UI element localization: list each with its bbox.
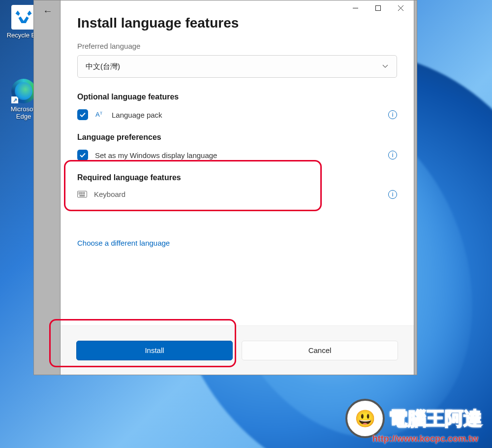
language-pack-label: Language pack (112, 111, 162, 119)
language-pack-icon: Aᵀ (95, 110, 105, 120)
watermark-mascot-icon: 😃 (345, 399, 385, 438)
maximize-button[interactable] (367, 0, 389, 15)
display-language-checkbox[interactable] (77, 150, 88, 160)
info-icon[interactable]: i (388, 151, 397, 160)
watermark: 😃 電腦王阿達 (345, 399, 482, 438)
choose-different-link[interactable]: Choose a different language (77, 239, 170, 247)
svg-rect-0 (353, 8, 358, 8)
info-icon[interactable]: i (388, 190, 397, 199)
svg-rect-1 (375, 5, 380, 10)
display-language-row: Set as my Windows display language i (77, 150, 397, 160)
language-dropdown[interactable]: 中文(台灣) (77, 55, 397, 78)
selected-language: 中文(台灣) (86, 62, 120, 71)
titlebar (61, 0, 414, 15)
cancel-button[interactable]: Cancel (242, 341, 398, 360)
minimize-button[interactable] (344, 0, 367, 15)
close-button[interactable] (389, 0, 412, 15)
chevron-down-icon (382, 63, 389, 71)
preferred-language-label: Preferred language (77, 42, 397, 50)
language-pack-checkbox[interactable] (77, 109, 88, 120)
language-pack-row: Aᵀ Language pack i (77, 109, 397, 120)
info-icon[interactable]: i (388, 110, 397, 119)
display-language-label: Set as my Windows display language (95, 151, 217, 160)
watermark-url: http://www.kocpc.com.tw (372, 434, 478, 444)
annotation-highlight (49, 319, 236, 367)
optional-header: Optional language features (77, 93, 397, 101)
dialog-title: Install language features (77, 15, 397, 31)
watermark-text: 電腦王阿達 (389, 406, 482, 431)
annotation-highlight (64, 160, 322, 211)
prefs-header: Language preferences (77, 133, 397, 142)
svg-text:Aᵀ: Aᵀ (95, 111, 103, 118)
